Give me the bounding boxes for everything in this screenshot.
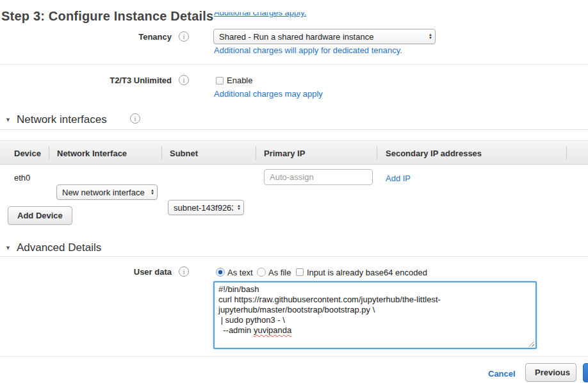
user-data-info-icon[interactable]: i [179,266,189,277]
enable-unlimited-checkbox[interactable] [216,77,224,85]
add-ip-link[interactable]: Add IP [386,174,411,183]
column-header-device: Device [14,149,41,158]
add-device-button[interactable]: Add Device [8,206,72,225]
network-interface-select[interactable]: New network interface ▲▼ [56,184,158,200]
enable-checkbox-label: Enable [227,76,252,85]
network-interfaces-table-header: Device Network Interface Subnet Primary … [0,140,588,165]
user-data-textarea[interactable]: #!/bin/bash curl https://raw.githubuserc… [213,281,537,349]
as-file-radio[interactable] [257,268,266,277]
cancel-link[interactable]: Cancel [488,369,516,379]
user-data-text: #!/bin/bash curl https://raw.githubuserc… [218,284,532,336]
network-interfaces-info-icon[interactable]: i [130,113,140,124]
as-file-radio-label: As file [268,268,291,277]
section-rule [0,256,588,257]
column-separator [49,146,49,160]
column-header-subnet: Subnet [170,149,198,158]
primary-ip-input[interactable] [264,169,373,185]
tenancy-select[interactable]: Shared - Run a shared hardware instance … [213,29,436,44]
next-button-fragment[interactable] [583,363,588,382]
select-arrows-icon: ▲▼ [237,204,241,211]
column-header-primary-ip: Primary IP [264,149,305,158]
column-separator [377,146,377,160]
network-interfaces-title: Network interfaces [17,113,107,126]
additional-charges-apply-link[interactable]: Additional charges apply. [214,12,323,17]
network-interface-select-value: New network interface [62,188,145,197]
select-arrows-icon: ▲▼ [429,33,432,40]
section-rule [0,129,588,130]
advanced-details-title: Advanced Details [17,241,101,254]
page-title: Step 3: Configure Instance Details [1,9,213,24]
subnet-select[interactable]: subnet-143f9263 ▲▼ [168,200,244,215]
t2t3-info-icon[interactable]: i [179,75,189,85]
disclosure-triangle-icon: ▼ [5,245,11,251]
base64-checkbox[interactable] [296,268,304,276]
column-header-secondary-ip: Secondary IP addresses [386,149,482,158]
advanced-details-section-header[interactable]: ▼ Advanced Details [5,241,101,254]
divider [0,64,588,65]
as-text-radio[interactable] [216,268,225,277]
resize-handle[interactable] [528,340,534,346]
tenancy-label: Tenancy [0,32,172,42]
as-text-radio-label: As text [227,268,253,277]
clipped-additional-charges-link-wrap: Additional charges apply. [214,12,323,20]
t2t3-unlimited-label: T2/T3 Unlimited [0,76,172,85]
column-header-network-interface: Network Interface [57,149,127,158]
tenancy-select-value: Shared - Run a shared hardware instance [219,32,373,42]
configure-instance-page: Step 3: Configure Instance Details Addit… [0,0,588,383]
subnet-select-value: subnet-143f9263 [174,203,233,213]
select-arrows-icon: ▲▼ [151,189,154,195]
t2t3-charges-link[interactable]: Additional charges may apply [214,89,323,99]
footer-divider [0,356,588,357]
column-separator [256,146,256,160]
network-interfaces-section-header[interactable]: ▼ Network interfaces [5,113,107,126]
column-separator [161,146,162,160]
disclosure-triangle-icon: ▼ [5,117,11,123]
base64-checkbox-label: Input is already base64 encoded [307,268,427,277]
tenancy-info-icon[interactable]: i [179,31,189,42]
column-separator [566,146,567,160]
previous-button[interactable]: Previous [525,363,576,382]
tenancy-charges-link[interactable]: Additional charges will apply for dedica… [214,45,402,55]
device-cell: eth0 [14,173,30,183]
user-data-label: User data [0,267,172,277]
